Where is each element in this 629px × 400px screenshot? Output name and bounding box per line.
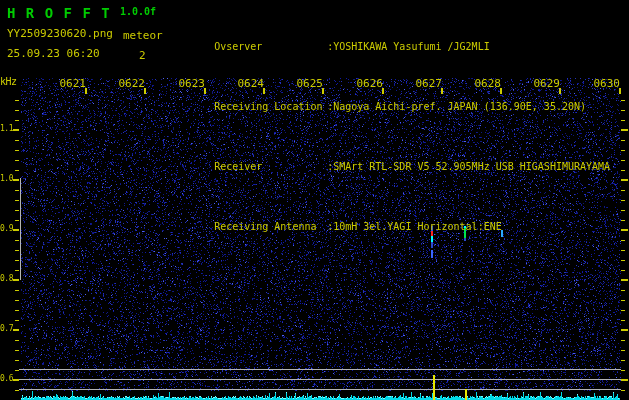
- x-tick-label: 0624: [230, 77, 264, 90]
- app-title: H R O F F T: [7, 5, 111, 21]
- info-row-receiver: Receiver:SMArt RTL-SDR V5 52.905MHz USB …: [178, 149, 610, 185]
- info-label: Ovserver: [214, 41, 327, 53]
- y-tick-label: 0.7: [0, 324, 13, 333]
- x-tick-label: 0621: [52, 77, 86, 90]
- mode-label: meteor: [123, 29, 163, 42]
- meteor-count: 2: [139, 49, 146, 62]
- info-value: :Nagoya Aichi-pref. JAPAN (136.90E, 35.2…: [327, 101, 586, 112]
- info-row-observer: Ovserver:YOSHIKAWA Yasufumi /JG2MLI: [178, 29, 610, 65]
- y-tick-label: 0.6: [0, 374, 13, 383]
- hrofft-spectrogram-window: H R O F F T 1.0.0f YY2509230620.png mete…: [0, 0, 629, 400]
- info-value: :10mH 3el.YAGI Horizontal:ENE: [327, 221, 502, 232]
- info-label: Receiving Location: [214, 101, 327, 113]
- x-tick-label: 0627: [408, 77, 442, 90]
- y-tick-label: 1.0: [0, 174, 13, 183]
- info-value: :SMArt RTL-SDR V5 52.905MHz USB HIGASHIM…: [327, 161, 610, 172]
- y-axis-unit: kHz: [0, 76, 17, 87]
- x-tick-label: 0628: [467, 77, 501, 90]
- info-label: Receiver: [214, 161, 327, 173]
- info-label: Receiving Antenna: [214, 221, 327, 233]
- x-tick-label: 0629: [526, 77, 560, 90]
- output-filename: YY2509230620.png: [7, 27, 113, 40]
- x-tick-label: 0625: [289, 77, 323, 90]
- y-tick-label: 0.9: [0, 224, 13, 233]
- info-row-antenna: Receiving Antenna:10mH 3el.YAGI Horizont…: [178, 209, 610, 245]
- info-value: :YOSHIKAWA Yasufumi /JG2MLI: [327, 41, 490, 52]
- info-row-location: Receiving Location:Nagoya Aichi-pref. JA…: [178, 89, 610, 125]
- observation-datetime: 25.09.23 06:20: [7, 47, 100, 60]
- y-tick-label: 1.1: [0, 124, 13, 133]
- y-tick-label: 0.8: [0, 274, 13, 283]
- x-tick-label: 0623: [171, 77, 205, 90]
- x-tick-label: 0630: [586, 77, 620, 90]
- x-tick-label: 0622: [111, 77, 145, 90]
- observer-info-block: Ovserver:YOSHIKAWA Yasufumi /JG2MLI Rece…: [178, 5, 610, 269]
- app-version: 1.0.0f: [120, 6, 156, 17]
- x-tick-label: 0626: [349, 77, 383, 90]
